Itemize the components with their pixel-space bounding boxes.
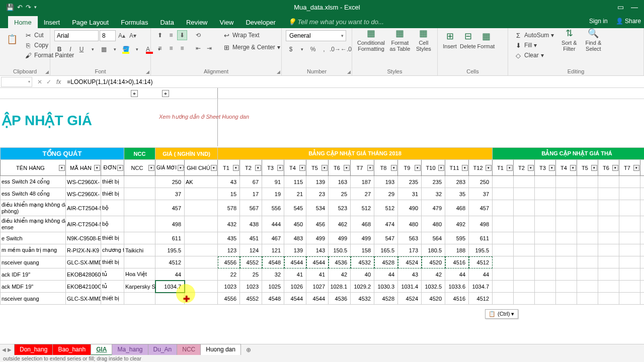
col-ghi-chu[interactable]: GHI CHÚ▾ [185, 160, 218, 176]
col2-t3[interactable]: T3▾ [535, 160, 556, 176]
filter-icon[interactable]: ▾ [591, 165, 597, 171]
orientation-button[interactable]: ⟲ [193, 30, 203, 40]
filter-icon[interactable]: ▾ [321, 165, 328, 171]
qat-more-icon[interactable]: ▾ [34, 5, 37, 10]
font-name-input[interactable] [54, 30, 99, 41]
border-button[interactable]: ▦ [99, 44, 109, 54]
bold-button[interactable]: B [54, 44, 64, 54]
col2-t5[interactable]: T5▾ [577, 160, 598, 176]
comma-format-button[interactable]: , [319, 44, 329, 54]
outline-expand-2[interactable]: + [162, 90, 169, 97]
filter-icon[interactable]: ▾ [415, 165, 421, 171]
shrink-font-button[interactable]: A▾ [128, 31, 138, 41]
sheet-nav-arrows[interactable]: ◀ ▶ [2, 347, 12, 352]
increase-decimal-button[interactable]: .0→ [330, 44, 340, 54]
col2-t4[interactable]: T4▾ [556, 160, 577, 176]
col-ma-hang[interactable]: MÃ HÀN▾ [66, 160, 101, 176]
filter-icon[interactable]: ▾ [117, 165, 123, 171]
find-select-button[interactable]: 🔍Find & Select [582, 30, 604, 50]
col-t5[interactable]: T5▾ [306, 160, 329, 176]
filter-icon[interactable]: ▾ [367, 165, 373, 171]
underline-button[interactable]: U [76, 44, 87, 54]
autosum-button[interactable]: ΣAutoSum ▾ [512, 30, 556, 40]
table-row[interactable]: nsceiver quangGLC-SX-MMDthiết bị45564552… [1, 293, 645, 305]
filter-icon[interactable]: ▾ [59, 165, 65, 171]
col-t6[interactable]: T6▾ [329, 160, 351, 176]
col-t1[interactable]: T1▾ [218, 160, 240, 176]
tab-review[interactable]: Review [180, 16, 214, 28]
paste-button[interactable]: 📋 [4, 30, 20, 50]
col-t10[interactable]: T10▾ [422, 160, 445, 176]
filter-icon[interactable]: ▾ [570, 165, 576, 171]
tab-home[interactable]: Home [8, 16, 38, 28]
filter-icon[interactable]: ▾ [233, 165, 239, 171]
sheet-tab-ncc[interactable]: NCC [177, 344, 201, 355]
align-bottom-button[interactable]: ⬇ [177, 30, 187, 40]
ribbon-options-icon[interactable]: ▭ [617, 3, 624, 11]
font-launcher-icon[interactable]: ◢ [146, 69, 149, 74]
percent-format-button[interactable]: % [308, 44, 318, 54]
table-row[interactable]: e SwitchN9K-C9508-Ethiết bị6114354514674… [1, 232, 645, 244]
table-row[interactable]: ack MDF 19"EKOB42100CtủKarpersky S1034.7… [1, 281, 645, 293]
filter-icon[interactable]: ▾ [344, 165, 350, 171]
save-icon[interactable]: 💾 [6, 4, 14, 11]
col-t12[interactable]: T12▾ [469, 160, 493, 176]
paste-options-button[interactable]: 📋 (Ctrl) ▾ [485, 309, 518, 319]
insert-cells-button[interactable]: ⊞Insert [442, 30, 458, 50]
filter-icon[interactable]: ▾ [528, 165, 534, 171]
fill-button[interactable]: ⬇Fill ▾ [512, 40, 556, 50]
sheet-tab-don_hang[interactable]: Don_hang [14, 344, 53, 355]
align-middle-button[interactable]: ≡ [166, 30, 176, 40]
filter-icon[interactable]: ▾ [148, 165, 154, 171]
number-launcher-icon[interactable]: ◢ [347, 69, 351, 74]
col-t9[interactable]: T9▾ [398, 160, 422, 176]
align-left-button[interactable]: ≡ [155, 43, 165, 53]
fill-color-button[interactable]: 🪣 [121, 44, 131, 54]
new-sheet-button[interactable]: ⊕ [244, 345, 254, 355]
sheet-tab-gia[interactable]: GIA [91, 344, 112, 355]
alignment-launcher-icon[interactable]: ◢ [277, 69, 280, 74]
filter-icon[interactable]: ▾ [94, 165, 100, 171]
tab-developer[interactable]: Developer [239, 16, 281, 28]
fx-icon[interactable]: fx [56, 78, 65, 85]
table-row[interactable]: nsceiver quangGLC-SX-MMDthiết bị45124556… [1, 256, 645, 268]
col-t7[interactable]: T7▾ [351, 160, 374, 176]
table-row[interactable]: ess Switch 24 cổngWS-C2960X-thiết bị250A… [1, 176, 645, 188]
filter-icon[interactable]: ▾ [549, 165, 555, 171]
table-row[interactable]: điều khiển mạng không dâyphòng)AIR-CT250… [1, 200, 645, 216]
enter-formula-icon[interactable]: ✓ [46, 78, 51, 85]
filter-icon[interactable]: ▾ [438, 165, 444, 171]
filter-icon[interactable]: ▾ [507, 165, 513, 171]
sheet-tab-huong dan[interactable]: Huong dan [200, 344, 241, 355]
filter-icon[interactable]: ▾ [299, 165, 305, 171]
increase-indent-button[interactable]: ⇥ [204, 43, 214, 53]
align-center-button[interactable]: ≡ [166, 43, 176, 53]
col-t4[interactable]: T4▾ [284, 160, 306, 176]
table-row[interactable]: điều khiển mạng không dâyenseAIR-CT2504-… [1, 216, 645, 232]
format-as-table-button[interactable]: ▦Format as Table [388, 30, 412, 50]
clear-button[interactable]: ◇Clear ▾ [512, 50, 556, 60]
decrease-decimal-button[interactable]: ←.0 [341, 44, 351, 54]
grow-font-button[interactable]: A▴ [117, 31, 127, 41]
col2-t2[interactable]: T2▾ [514, 160, 535, 176]
table-row[interactable]: ess Switch 48 cổngWS-C2960X-thiết bị3715… [1, 188, 645, 200]
merge-center-button[interactable]: ⊞Merge & Center ▾ [220, 42, 282, 52]
name-box[interactable] [1, 77, 32, 87]
col-t8[interactable]: T8▾ [374, 160, 398, 176]
col2-t7[interactable]: T7▾ [619, 160, 640, 176]
formula-input[interactable] [65, 77, 644, 87]
sort-filter-button[interactable]: ⇅Sort & Filter [558, 30, 580, 50]
col-ten-hang[interactable]: TÊN HÀNG▾ [1, 160, 66, 176]
align-right-button[interactable]: ≡ [177, 43, 187, 53]
filter-icon[interactable]: ▾ [277, 165, 283, 171]
worksheet-area[interactable]: ẬP NHẬT GIÁ Xem hướng dẫn ở Sheet Huong … [0, 99, 644, 344]
conditional-formatting-button[interactable]: ▦Conditional Formatting [356, 30, 386, 50]
filter-icon[interactable]: ▾ [178, 165, 184, 171]
minimize-icon[interactable]: — [631, 3, 638, 11]
filter-icon[interactable]: ▾ [612, 165, 618, 171]
share-button[interactable]: 👤 Share [613, 18, 644, 25]
col2-t6[interactable]: T6▾ [598, 160, 619, 176]
filter-icon[interactable]: ▾ [211, 165, 217, 171]
col-don[interactable]: ĐƠN▾ [101, 160, 124, 176]
clipboard-launcher-icon[interactable]: ◢ [45, 69, 49, 74]
